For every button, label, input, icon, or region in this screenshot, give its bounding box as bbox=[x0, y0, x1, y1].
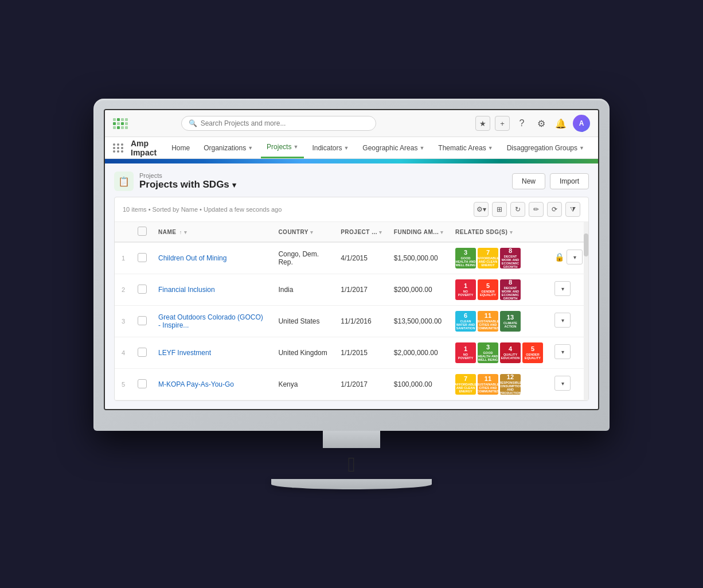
notifications-button[interactable]: 🔔 bbox=[553, 116, 568, 131]
table-filter-button[interactable]: ⧩ bbox=[565, 202, 580, 217]
project-name-link[interactable]: Children Out of Mining bbox=[158, 254, 226, 262]
row-checkbox[interactable] bbox=[138, 379, 147, 388]
project-name-cell: LEYF Investment bbox=[153, 337, 272, 369]
favorites-button[interactable]: ★ bbox=[475, 116, 490, 131]
sdg-tag[interactable]: 5GENDER EQUALITY bbox=[478, 279, 498, 300]
scrollbar-thumb[interactable] bbox=[584, 233, 588, 256]
sdg-tag[interactable]: 1NO POVERTY bbox=[455, 279, 476, 300]
sdg-tag[interactable]: 13CLIMATE ACTION bbox=[500, 311, 521, 332]
project-funding: $2,000,000.00 bbox=[388, 337, 450, 369]
project-name-cell: M-KOPA Pay-As-You-Go bbox=[153, 369, 272, 400]
nav-item-geographic-areas[interactable]: Geographic Areas ▼ bbox=[357, 138, 430, 158]
app-name: Amp Impact bbox=[131, 139, 157, 157]
row-dropdown-button[interactable]: ▾ bbox=[554, 376, 571, 391]
table-subtitle: 10 items • Sorted by Name • Updated a fe… bbox=[115, 197, 588, 222]
table-settings-button[interactable]: ⚙▾ bbox=[474, 202, 489, 217]
search-icon: 🔍 bbox=[189, 119, 197, 127]
sdg-tag[interactable]: 3GOOD HEALTH AND WELL BEING bbox=[478, 342, 498, 363]
scrollbar[interactable] bbox=[584, 222, 588, 400]
row-checkbox[interactable] bbox=[138, 348, 147, 357]
col-project-date-header[interactable]: PROJECT ... ▾ bbox=[335, 222, 388, 242]
breadcrumb: Projects bbox=[139, 172, 236, 179]
select-all-checkbox[interactable] bbox=[138, 227, 147, 236]
nav-item-home[interactable]: Home bbox=[166, 138, 196, 158]
table-refresh-button[interactable]: ↻ bbox=[510, 202, 525, 217]
nav-item-organizations[interactable]: Organizations ▼ bbox=[198, 138, 259, 158]
row-dropdown-button[interactable]: ▾ bbox=[554, 281, 571, 296]
list-title-area: 📋 Projects Projects with SDGs ▾ bbox=[114, 172, 236, 191]
row-dropdown-button[interactable]: ▾ bbox=[554, 344, 571, 359]
row-checkbox-cell bbox=[132, 242, 153, 274]
sdg-tag[interactable]: 4QUALITY EDUCATION bbox=[500, 342, 521, 363]
help-button[interactable]: ? bbox=[514, 116, 529, 131]
col-country-header[interactable]: COUNTRY ▾ bbox=[272, 222, 335, 242]
sdg-tag[interactable]: 1NO POVERTY bbox=[455, 342, 476, 363]
nav-thematic-label: Thematic Areas bbox=[438, 144, 486, 152]
table-controls: ⚙▾ ⊞ ↻ ✏ ⟳ ⧩ bbox=[474, 202, 580, 217]
nav-item-more[interactable]: More ▼ bbox=[592, 138, 599, 158]
sdg-tag[interactable]: 3GOOD HEALTH AND WELL BEING bbox=[455, 248, 476, 268]
sdg-tag[interactable]: 12RESPONSIBLE CONSUMPTION AND PRODUCTION bbox=[500, 374, 521, 395]
chevron-down-icon: ▼ bbox=[293, 144, 298, 150]
sdg-tag[interactable]: 11SUSTAINABLE CITIES AND COMMUNITIES bbox=[478, 311, 498, 332]
sdg-tag[interactable]: 11SUSTAINABLE CITIES AND COMMUNITIES bbox=[478, 374, 498, 395]
nav-item-disaggregation[interactable]: Disaggregation Groups ▼ bbox=[501, 138, 590, 158]
new-button[interactable]: New bbox=[512, 173, 545, 189]
sdg-tag[interactable]: 8DECENT WORK AND ECONOMIC GROWTH bbox=[500, 279, 521, 300]
app-grid-icon[interactable] bbox=[113, 143, 124, 153]
col-country-dropdown[interactable]: ▾ bbox=[310, 229, 314, 235]
project-country: United Kingdom bbox=[272, 337, 335, 369]
col-project-dropdown[interactable]: ▾ bbox=[379, 229, 382, 235]
row-number: 1 bbox=[115, 242, 132, 274]
search-input[interactable] bbox=[201, 119, 369, 127]
project-funding: $13,500,000.00 bbox=[388, 306, 450, 337]
project-name-link[interactable]: M-KOPA Pay-As-You-Go bbox=[158, 380, 234, 388]
lock-icon: 🔒 bbox=[554, 252, 564, 262]
sdg-tag[interactable]: 5GENDER EQUALITY bbox=[522, 342, 543, 363]
nav-item-thematic-areas[interactable]: Thematic Areas ▼ bbox=[432, 138, 498, 158]
project-sdgs: 3GOOD HEALTH AND WELL BEING7AFFORDABLE A… bbox=[450, 242, 549, 274]
col-name-header[interactable]: NAME ↑ ▾ bbox=[153, 222, 272, 242]
sdg-tag[interactable]: 7AFFORDABLE AND CLEAN ENERGY bbox=[455, 374, 476, 395]
project-name-cell: Financial Inclusion bbox=[153, 274, 272, 306]
project-name-link[interactable]: Financial Inclusion bbox=[158, 286, 215, 294]
import-button[interactable]: Import bbox=[550, 173, 589, 189]
table-edit-button[interactable]: ✏ bbox=[529, 202, 544, 217]
row-number: 4 bbox=[115, 337, 132, 369]
project-name-link[interactable]: Great Outdoors Colorado (GOCO) - Inspire… bbox=[158, 313, 263, 329]
projects-table: NAME ↑ ▾ COUNTRY ▾ PROJE bbox=[115, 222, 588, 400]
nav-organizations-label: Organizations bbox=[204, 144, 246, 152]
sort-icon: ↑ bbox=[179, 229, 182, 235]
row-checkbox-cell bbox=[132, 337, 153, 369]
sdg-tag[interactable]: 7AFFORDABLE AND CLEAN ENERGY bbox=[478, 248, 498, 268]
nav-indicators-label: Indicators bbox=[312, 144, 342, 152]
search-bar[interactable]: 🔍 bbox=[181, 116, 376, 131]
row-checkbox[interactable] bbox=[138, 316, 147, 325]
col-name-dropdown[interactable]: ▾ bbox=[184, 229, 188, 235]
settings-button[interactable]: ⚙ bbox=[534, 116, 549, 131]
row-dropdown-button[interactable]: ▾ bbox=[567, 250, 583, 264]
sdg-tag[interactable]: 8DECENT WORK AND ECONOMIC GROWTH bbox=[500, 248, 521, 268]
col-funding-dropdown[interactable]: ▾ bbox=[440, 229, 444, 235]
row-dropdown-button[interactable]: ▾ bbox=[554, 313, 571, 328]
scroll-area: NAME ↑ ▾ COUNTRY ▾ PROJE bbox=[115, 222, 588, 400]
sdg-tag[interactable]: 6CLEAN WATER AND SANITATION bbox=[455, 311, 476, 332]
nav-item-indicators[interactable]: Indicators ▼ bbox=[306, 138, 354, 158]
project-sdgs: 1NO POVERTY5GENDER EQUALITY8DECENT WORK … bbox=[450, 274, 549, 306]
project-name-link[interactable]: LEYF Investment bbox=[158, 349, 211, 357]
project-funding: $1,500,000.00 bbox=[388, 242, 450, 274]
screen: 🔍 ★ + ? ⚙ 🔔 A Amp bbox=[104, 109, 599, 410]
col-sdgs-dropdown[interactable]: ▾ bbox=[510, 229, 513, 235]
col-funding-header[interactable]: FUNDING AM... ▾ bbox=[388, 222, 450, 242]
row-checkbox[interactable] bbox=[138, 285, 147, 294]
row-checkbox[interactable] bbox=[138, 253, 147, 262]
col-sdgs-header[interactable]: RELATED SDG(S) ▾ bbox=[450, 222, 549, 242]
table-history-button[interactable]: ⟳ bbox=[547, 202, 562, 217]
nav-item-projects[interactable]: Projects ▼ bbox=[261, 137, 304, 158]
dropdown-arrow-icon[interactable]: ▾ bbox=[232, 181, 236, 189]
table-columns-button[interactable]: ⊞ bbox=[492, 202, 507, 217]
add-button[interactable]: + bbox=[495, 116, 510, 131]
col-num bbox=[115, 222, 132, 242]
project-funding: $100,000.00 bbox=[388, 369, 450, 400]
avatar[interactable]: A bbox=[573, 115, 590, 132]
